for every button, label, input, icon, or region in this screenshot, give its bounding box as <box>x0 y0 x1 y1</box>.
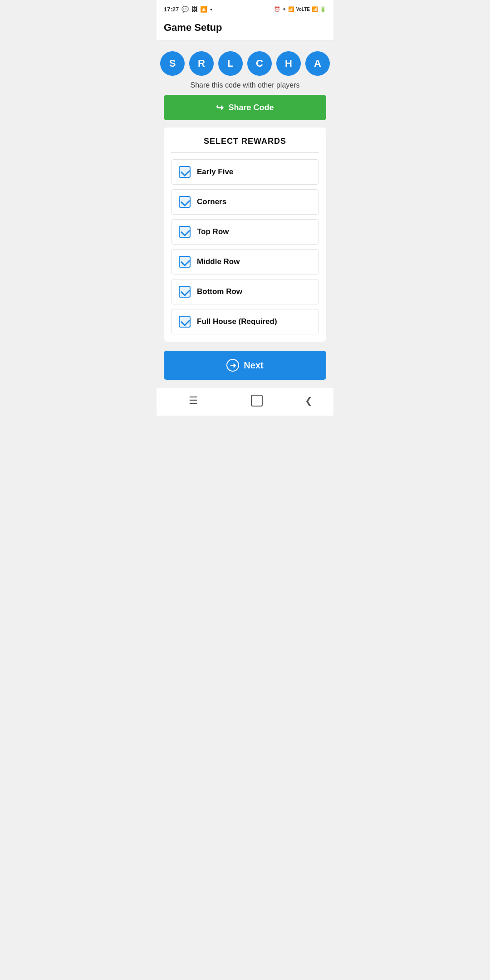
bottom-row-label: Bottom Row <box>197 287 242 296</box>
reward-item-bottom-row[interactable]: Bottom Row <box>171 279 319 304</box>
corners-checkbox[interactable] <box>179 196 191 208</box>
wifi-icon: 📶 <box>288 6 294 12</box>
next-icon: ➜ <box>226 359 239 372</box>
code-letter-h: H <box>276 51 301 76</box>
rewards-title: SELECT REWARDS <box>171 137 319 146</box>
nav-menu-button[interactable]: ☰ <box>178 393 209 408</box>
code-letter-s: S <box>160 51 185 76</box>
early-five-checkbox[interactable] <box>179 166 191 178</box>
code-circles: S R L C H A <box>160 51 330 76</box>
nav-home-button[interactable] <box>251 395 263 407</box>
early-five-label: Early Five <box>197 167 233 176</box>
share-icon: ↪ <box>216 102 224 113</box>
code-subtitle: Share this code with other players <box>190 81 299 89</box>
next-label: Next <box>244 360 263 371</box>
code-letter-a: A <box>305 51 330 76</box>
time-display: 17:27 <box>164 6 179 13</box>
top-row-label: Top Row <box>197 227 229 236</box>
dot-indicator: • <box>210 6 212 13</box>
code-letter-l: L <box>218 51 243 76</box>
reward-item-full-house[interactable]: Full House (Required) <box>171 309 319 334</box>
code-letter-r: R <box>189 51 214 76</box>
header: Game Setup <box>157 16 333 40</box>
hamburger-icon: ☰ <box>189 395 198 406</box>
full-house-checkbox[interactable] <box>179 316 191 328</box>
middle-row-label: Middle Row <box>197 257 240 266</box>
code-letter-c: C <box>247 51 272 76</box>
avast-icon: 🔼 <box>200 6 207 13</box>
top-row-checkbox[interactable] <box>179 226 191 238</box>
full-house-label: Full House (Required) <box>197 317 277 326</box>
share-code-button[interactable]: ↪ Share Code <box>164 95 326 120</box>
status-bar: 17:27 💬 🖼 🔼 • ⏰ ✴ 📶 VoLTE 📶 🔋 <box>157 0 333 16</box>
battery-icon: 🔋 <box>320 6 326 12</box>
bluetooth-icon: ✴ <box>282 6 286 12</box>
status-time-group: 17:27 💬 🖼 🔼 • <box>164 6 212 13</box>
reward-item-early-five[interactable]: Early Five <box>171 159 319 185</box>
code-section: S R L C H A Share this code with other p… <box>164 51 326 120</box>
status-icons-group: ⏰ ✴ 📶 VoLTE 📶 🔋 <box>274 6 326 12</box>
back-chevron-icon: ❮ <box>305 396 313 406</box>
nav-back-button[interactable]: ❮ <box>305 395 313 406</box>
bottom-row-checkbox[interactable] <box>179 286 191 298</box>
lte-icon: VoLTE <box>296 7 310 12</box>
rewards-card: SELECT REWARDS Early Five Corners Top Ro… <box>164 127 326 342</box>
reward-item-top-row[interactable]: Top Row <box>171 219 319 245</box>
next-button[interactable]: ➜ Next <box>164 351 326 380</box>
corners-label: Corners <box>197 197 226 206</box>
alarm-icon: ⏰ <box>274 6 280 12</box>
page-title: Game Setup <box>164 22 222 33</box>
reward-item-corners[interactable]: Corners <box>171 189 319 215</box>
reward-item-middle-row[interactable]: Middle Row <box>171 249 319 274</box>
gallery-icon: 🖼 <box>191 6 197 13</box>
signal-icon: 📶 <box>312 6 318 12</box>
whatsapp-icon: 💬 <box>181 6 189 13</box>
middle-row-checkbox[interactable] <box>179 256 191 268</box>
share-code-label: Share Code <box>228 103 274 113</box>
reward-items-list: Early Five Corners Top Row Middle Row Bo… <box>171 159 319 334</box>
nav-bar: ☰ ❮ <box>157 387 333 416</box>
rewards-divider <box>171 152 319 153</box>
main-content: S R L C H A Share this code with other p… <box>157 40 333 387</box>
